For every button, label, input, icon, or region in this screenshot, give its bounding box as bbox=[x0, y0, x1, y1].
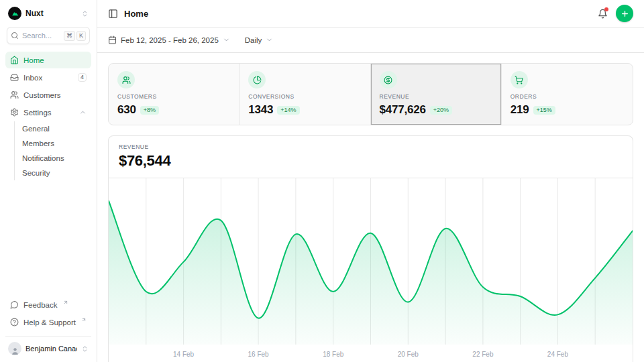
stat-delta-badge: +15% bbox=[533, 106, 555, 115]
date-range-picker[interactable]: Feb 12, 2025 - Feb 26, 2025 bbox=[108, 36, 230, 44]
search-input[interactable]: ⌘K bbox=[7, 27, 90, 44]
sidebar-item-label: Feedback bbox=[23, 301, 58, 309]
kbd-k: K bbox=[76, 31, 86, 41]
user-name: Benjamin Canac bbox=[25, 345, 77, 353]
stat-card-customers[interactable]: CUSTOMERS 630 +8% bbox=[109, 64, 239, 125]
chevron-updown-icon bbox=[81, 345, 89, 353]
sidebar-item-inbox[interactable]: Inbox 4 bbox=[5, 69, 91, 86]
home-icon bbox=[10, 56, 19, 64]
sidebar-item-label: Members bbox=[22, 139, 54, 147]
svg-text:18 Feb: 18 Feb bbox=[323, 351, 344, 358]
stat-delta-badge: +20% bbox=[430, 106, 452, 115]
chart-metric-value: $76,544 bbox=[119, 152, 623, 170]
sidebar-item-label: Settings bbox=[23, 109, 74, 117]
notifications-button[interactable] bbox=[598, 9, 608, 19]
stat-card-conversions[interactable]: CONVERSIONS 1343 +14% bbox=[239, 64, 370, 125]
sidebar-item-label: Help & Support bbox=[23, 318, 76, 326]
sidebar-item-security[interactable]: Security bbox=[17, 166, 91, 180]
workspace-switcher[interactable]: Nuxt bbox=[5, 5, 91, 21]
stat-delta-badge: +14% bbox=[277, 106, 299, 115]
users-icon bbox=[117, 71, 135, 88]
chart-pie-icon bbox=[248, 71, 266, 88]
page-content: CUSTOMERS 630 +8% CONVERSIONS 1343 +14% bbox=[97, 53, 644, 362]
stat-value: $477,626 bbox=[380, 103, 426, 117]
page-header: Home bbox=[97, 0, 644, 27]
external-link-icon bbox=[80, 318, 86, 326]
workspace-name: Nuxt bbox=[25, 9, 77, 18]
svg-text:24 Feb: 24 Feb bbox=[547, 351, 569, 358]
sidebar-item-label: Customers bbox=[23, 91, 87, 99]
page-title: Home bbox=[124, 9, 148, 19]
add-button[interactable] bbox=[616, 5, 633, 22]
circle-dollar-icon bbox=[380, 71, 397, 88]
main-area: Home Feb 12, 2025 - Feb 26, 2025 Daily bbox=[97, 0, 644, 362]
panel-left-icon bbox=[108, 9, 118, 19]
app-window: Nuxt ⌘K Home Inbox 4 Cu bbox=[0, 0, 644, 362]
plus-icon bbox=[621, 9, 629, 18]
gear-icon bbox=[10, 108, 19, 117]
shopping-cart-icon bbox=[511, 71, 528, 88]
stat-card-orders[interactable]: ORDERS 219 +15% bbox=[502, 64, 633, 125]
chevron-down-icon bbox=[266, 36, 273, 44]
sidebar-item-notifications[interactable]: Notifications bbox=[17, 151, 91, 166]
stat-card-revenue[interactable]: REVENUE $477,626 +20% bbox=[371, 64, 502, 125]
external-link-icon bbox=[62, 301, 68, 309]
stat-value: 219 bbox=[511, 103, 529, 117]
sidebar-item-label: Security bbox=[22, 169, 50, 177]
inbox-icon bbox=[10, 73, 19, 82]
stat-label: CONVERSIONS bbox=[248, 93, 294, 100]
kbd-cmd: ⌘ bbox=[64, 31, 75, 41]
search-shortcut: ⌘K bbox=[64, 31, 86, 41]
date-range-label: Feb 12, 2025 - Feb 26, 2025 bbox=[121, 36, 219, 44]
chevron-up-icon bbox=[79, 109, 87, 116]
inbox-count-badge: 4 bbox=[78, 73, 87, 82]
svg-text:16 Feb: 16 Feb bbox=[248, 351, 270, 358]
chevron-updown-icon bbox=[81, 10, 89, 17]
sidebar-item-help-support[interactable]: Help & Support bbox=[5, 314, 91, 330]
filters-toolbar: Feb 12, 2025 - Feb 26, 2025 Daily bbox=[97, 27, 644, 53]
sidebar-item-label: Home bbox=[23, 56, 87, 64]
svg-text:20 Feb: 20 Feb bbox=[398, 351, 419, 358]
stat-label: ORDERS bbox=[511, 93, 537, 100]
sidebar-nav: Home Inbox 4 Customers Settings General bbox=[5, 51, 91, 182]
sidebar-item-home[interactable]: Home bbox=[5, 52, 91, 68]
chevron-down-icon bbox=[223, 36, 230, 44]
chart-metric-label: REVENUE bbox=[119, 143, 623, 150]
search-field[interactable] bbox=[22, 32, 56, 40]
sidebar-item-customers[interactable]: Customers bbox=[5, 86, 91, 103]
stat-value: 630 bbox=[117, 103, 136, 117]
sidebar-footer: Feedback Help & Support Benjamin Canac bbox=[5, 296, 91, 357]
sidebar-item-label: Notifications bbox=[22, 154, 64, 162]
stat-label: CUSTOMERS bbox=[117, 93, 157, 100]
calendar-icon bbox=[108, 36, 117, 44]
settings-children: General Members Notifications Security bbox=[14, 121, 91, 180]
users-icon bbox=[10, 90, 19, 99]
sidebar-item-general[interactable]: General bbox=[17, 121, 91, 136]
interval-label: Daily bbox=[245, 36, 262, 44]
user-menu[interactable]: Benjamin Canac bbox=[5, 336, 91, 357]
avatar bbox=[8, 342, 21, 355]
svg-text:22 Feb: 22 Feb bbox=[472, 351, 494, 358]
header-actions bbox=[598, 5, 633, 22]
stat-value: 1343 bbox=[248, 103, 273, 117]
revenue-chart-card: REVENUE $76,544 14 Feb16 Feb18 Feb20 Feb… bbox=[108, 135, 633, 362]
revenue-chart-svg: 14 Feb16 Feb18 Feb20 Feb22 Feb24 Feb bbox=[109, 178, 633, 362]
message-bubble-icon bbox=[10, 300, 19, 309]
stat-label: REVENUE bbox=[380, 93, 410, 100]
svg-text:14 Feb: 14 Feb bbox=[173, 351, 195, 358]
notification-dot bbox=[604, 7, 608, 11]
interval-select[interactable]: Daily bbox=[245, 36, 274, 44]
sidebar-item-settings[interactable]: Settings bbox=[5, 104, 91, 121]
sidebar-item-feedback[interactable]: Feedback bbox=[5, 296, 91, 313]
stat-delta-badge: +8% bbox=[140, 106, 159, 115]
sidebar-toggle-button[interactable] bbox=[108, 9, 118, 19]
revenue-chart[interactable]: 14 Feb16 Feb18 Feb20 Feb22 Feb24 Feb bbox=[109, 178, 633, 362]
help-circle-icon bbox=[10, 318, 19, 326]
chart-header: REVENUE $76,544 bbox=[109, 136, 633, 178]
nuxt-logo-icon bbox=[8, 7, 21, 20]
stats-row: CUSTOMERS 630 +8% CONVERSIONS 1343 +14% bbox=[108, 63, 633, 125]
sidebar-item-label: Inbox bbox=[23, 74, 73, 82]
sidebar-item-members[interactable]: Members bbox=[17, 136, 91, 151]
search-icon bbox=[11, 32, 19, 40]
sidebar: Nuxt ⌘K Home Inbox 4 Cu bbox=[0, 0, 97, 362]
